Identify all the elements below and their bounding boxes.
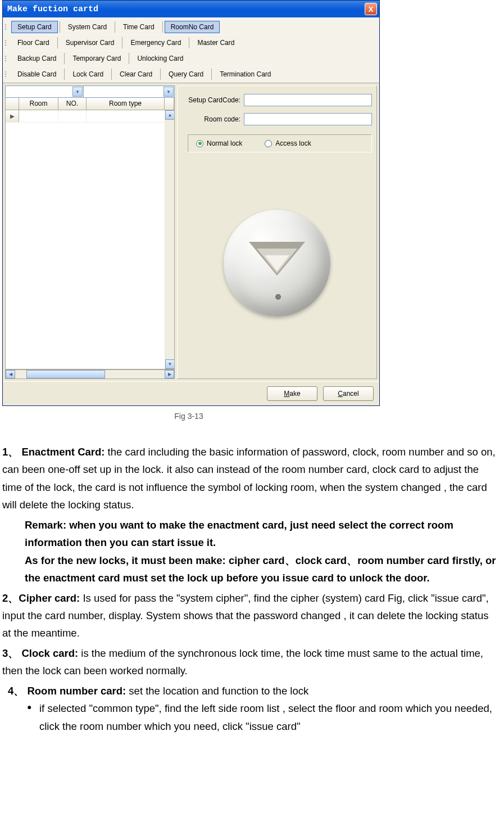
scroll-up-icon[interactable]: ▲ xyxy=(165,110,175,120)
lock-type-group: Normal lock Access lock xyxy=(188,134,372,152)
toolbar-row-1: Setup Card System Card Time Card RoomNo … xyxy=(3,19,379,34)
item4-bullet: if selected "common type", find the left… xyxy=(8,700,500,735)
right-panel: Setup CardCode: Room code: Normal lock A… xyxy=(177,85,377,379)
titlebar: Make fuction cartd X xyxy=(3,1,379,17)
figure-caption: Fig 3-13 xyxy=(0,412,378,421)
item3-title: Clock card: xyxy=(21,647,81,659)
supervisor-card-button[interactable]: Supervisor Card xyxy=(60,37,121,49)
grid-corner xyxy=(165,98,174,110)
col-roomtype[interactable]: Room type xyxy=(87,98,165,110)
floor-card-button[interactable]: Floor Card xyxy=(11,37,56,49)
scroll-thumb[interactable] xyxy=(26,370,105,378)
disable-card-button[interactable]: Disable Card xyxy=(11,68,62,80)
item4-number: 4、 xyxy=(8,685,24,697)
table-row[interactable]: ▶ xyxy=(6,110,174,123)
access-lock-radio[interactable]: Access lock xyxy=(265,139,311,147)
vertical-scrollbar[interactable]: ▲ ▼ xyxy=(165,110,174,369)
row-indicator-icon: ▶ xyxy=(6,110,19,122)
roomno-card-button[interactable]: RoomNo Card xyxy=(165,21,220,33)
remark-text: Remark: when you want to make the enactm… xyxy=(2,516,500,552)
item2-number: 2、 xyxy=(2,592,19,604)
body-area: ▼ ▼ Room NO. Room type ▶ xyxy=(3,83,379,381)
item1-title: Enactment Card: xyxy=(21,446,107,458)
col-room[interactable]: Room xyxy=(19,98,58,110)
grid-body: ▶ ▲ ▼ xyxy=(5,110,175,369)
scroll-down-icon[interactable]: ▼ xyxy=(165,359,175,369)
grid-rowselector-header xyxy=(6,98,19,110)
room-code-input[interactable] xyxy=(244,113,372,125)
item2-title: Cipher card: xyxy=(19,592,83,604)
master-card-button[interactable]: Master Card xyxy=(191,37,240,49)
item1-number: 1、 xyxy=(2,446,19,458)
col-no[interactable]: NO. xyxy=(58,98,87,110)
toolbar-row-3: Backup Card Temporary Card Unlocking Car… xyxy=(3,50,379,66)
normal-lock-radio[interactable]: Normal lock xyxy=(196,139,242,147)
cancel-button[interactable]: Cancel xyxy=(323,386,374,401)
toolbar-row-2: Floor Card Supervisor Card Emergency Car… xyxy=(3,34,379,50)
card-image xyxy=(182,152,372,374)
room-code-label: Room code: xyxy=(182,115,244,123)
scroll-right-icon[interactable]: ▶ xyxy=(165,370,174,378)
system-card-button[interactable]: System Card xyxy=(62,21,113,33)
chevron-down-icon: ▼ xyxy=(164,87,174,97)
make-button[interactable]: Make xyxy=(267,386,317,401)
backup-card-button[interactable]: Backup Card xyxy=(11,52,62,65)
grid-header: Room NO. Room type xyxy=(5,98,175,110)
combo-floor[interactable]: ▼ xyxy=(5,85,84,98)
termination-card-button[interactable]: Termination Card xyxy=(214,68,277,80)
emergency-card-button[interactable]: Emergency Card xyxy=(124,37,187,49)
card-sphere-icon xyxy=(224,210,330,317)
radio-icon xyxy=(265,140,272,147)
toolbar-row-4: Disable Card Lock Card Clear Card Query … xyxy=(3,66,379,82)
access-lock-label: Access lock xyxy=(275,139,311,147)
window-title: Make fuction cartd xyxy=(7,4,98,14)
document-body: 1、 Enactment Card: the card including th… xyxy=(0,443,504,754)
item4-body: set the location and function to the loc… xyxy=(129,685,308,697)
combo-room[interactable]: ▼ xyxy=(84,85,175,98)
setup-card-button[interactable]: Setup Card xyxy=(11,21,58,33)
clear-card-button[interactable]: Clear Card xyxy=(113,68,158,80)
asfor-text: As for the new locks, it must been make:… xyxy=(2,552,500,587)
lock-card-button[interactable]: Lock Card xyxy=(66,68,110,80)
time-card-button[interactable]: Time Card xyxy=(117,21,161,33)
item3-number: 3、 xyxy=(2,647,19,659)
scroll-left-icon[interactable]: ◀ xyxy=(6,370,15,378)
close-button[interactable]: X xyxy=(365,3,377,15)
setup-cardcode-label: Setup CardCode: xyxy=(182,96,244,104)
left-panel: ▼ ▼ Room NO. Room type ▶ xyxy=(5,85,175,379)
temporary-card-button[interactable]: Temporary Card xyxy=(66,52,127,65)
normal-lock-label: Normal lock xyxy=(207,139,242,147)
radio-icon xyxy=(196,140,203,147)
unlocking-card-button[interactable]: Unlocking Card xyxy=(131,52,189,65)
setup-cardcode-input[interactable] xyxy=(244,94,372,106)
horizontal-scrollbar[interactable]: ◀ ▶ xyxy=(5,369,175,379)
close-icon: X xyxy=(369,5,374,13)
toolbar: Setup Card System Card Time Card RoomNo … xyxy=(3,17,379,83)
dialog-window: Make fuction cartd X Setup Card System C… xyxy=(2,0,380,406)
query-card-button[interactable]: Query Card xyxy=(162,68,210,80)
button-row: Make Cancel xyxy=(3,381,379,405)
item4-title: Room number card: xyxy=(27,685,129,697)
chevron-down-icon: ▼ xyxy=(72,87,83,97)
